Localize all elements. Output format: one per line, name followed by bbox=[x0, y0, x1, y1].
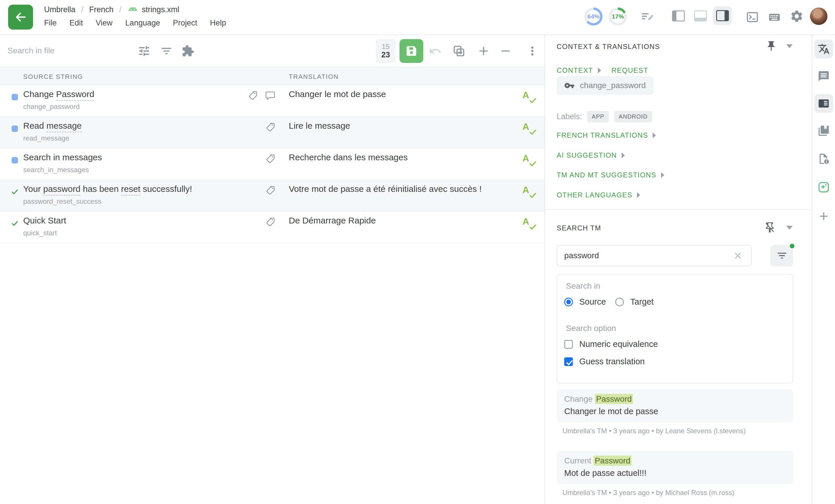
section-ai-suggestion[interactable]: AI SUGGESTION bbox=[557, 151, 625, 160]
remove-string-icon[interactable] bbox=[499, 35, 512, 67]
breadcrumb-separator: / bbox=[119, 5, 122, 14]
menubar: File Edit View Language Project Help bbox=[44, 19, 226, 27]
search-in-file-input[interactable] bbox=[7, 41, 129, 60]
source-radio[interactable] bbox=[564, 298, 573, 306]
string-list: Change Password change_password Changer … bbox=[0, 85, 545, 243]
menu-file[interactable]: File bbox=[44, 19, 57, 27]
right-panel-layout-icon-active[interactable] bbox=[713, 6, 732, 25]
progress-gauge-reviewed[interactable]: 17% bbox=[609, 7, 627, 25]
more-options-icon[interactable] bbox=[527, 35, 538, 67]
tasks-icon[interactable] bbox=[641, 10, 654, 25]
filter-icon[interactable] bbox=[160, 35, 173, 67]
android-icon bbox=[127, 5, 138, 14]
left-panel-layout-icon[interactable] bbox=[672, 10, 685, 23]
search-tm-filter-button[interactable] bbox=[771, 245, 793, 266]
tag-icon[interactable] bbox=[265, 217, 276, 228]
translations-tab-icon[interactable] bbox=[814, 40, 833, 58]
source-string: Quick Start bbox=[23, 216, 66, 226]
add-panel-icon[interactable] bbox=[814, 207, 833, 226]
guess-translation-row[interactable]: Guess translation bbox=[564, 357, 645, 366]
translation-text[interactable]: Lire le message bbox=[289, 121, 350, 131]
tag-icon[interactable] bbox=[248, 90, 258, 102]
menu-language[interactable]: Language bbox=[125, 19, 160, 27]
chevron-down-icon[interactable] bbox=[786, 226, 793, 230]
ai-tab-icon[interactable] bbox=[814, 178, 833, 196]
duplicate-icon[interactable] bbox=[452, 35, 466, 67]
tab-context[interactable]: CONTEXT bbox=[557, 66, 593, 75]
menu-help[interactable]: Help bbox=[210, 19, 226, 27]
panel-title: CONTEXT & TRANSLATIONS bbox=[557, 43, 660, 51]
tag-icon[interactable] bbox=[265, 122, 276, 133]
breadcrumb-file[interactable]: strings.xml bbox=[127, 5, 179, 14]
string-key: search_in_messages bbox=[23, 166, 89, 174]
label-chip-android[interactable]: ANDROID bbox=[614, 111, 652, 122]
terminal-icon[interactable] bbox=[746, 10, 759, 25]
tag-icon[interactable] bbox=[265, 154, 276, 165]
section-other-languages[interactable]: OTHER LANGUAGES bbox=[557, 191, 640, 199]
breadcrumb-project[interactable]: Umbrella bbox=[44, 5, 75, 14]
tm-result-card[interactable]: Change Password Changer le mot de passe bbox=[557, 389, 793, 422]
spellcheck-ok-icon: A bbox=[523, 90, 536, 104]
string-key-chip[interactable]: change_password bbox=[557, 76, 653, 95]
tab-request[interactable]: REQUEST bbox=[611, 66, 648, 75]
comment-icon[interactable] bbox=[265, 90, 276, 102]
source-string: Change Password bbox=[23, 89, 94, 99]
bottom-panel-layout-icon[interactable] bbox=[694, 10, 707, 23]
numeric-equivalence-checkbox[interactable] bbox=[564, 340, 573, 349]
tm-target-text: Changer le mot de passe bbox=[564, 406, 786, 416]
target-radio[interactable] bbox=[615, 298, 624, 306]
tm-source-text: Change Password bbox=[564, 395, 786, 404]
table-row[interactable]: Read message read_message Lire le messag… bbox=[0, 117, 545, 148]
search-tm-title: SEARCH TM bbox=[557, 224, 601, 232]
clear-search-icon[interactable] bbox=[733, 251, 743, 262]
breadcrumb-language[interactable]: French bbox=[89, 5, 114, 14]
translation-text[interactable]: Votre mot de passe a été réinitialisé av… bbox=[289, 184, 482, 194]
status-in-progress-icon bbox=[12, 126, 18, 132]
table-header: SOURCE STRING TRANSLATION bbox=[0, 67, 545, 85]
settings-gear-icon[interactable] bbox=[790, 9, 804, 24]
back-button[interactable] bbox=[8, 5, 33, 29]
glossary-tab-icon[interactable] bbox=[814, 122, 833, 140]
source-string: Search in messages bbox=[23, 152, 102, 162]
breadcrumb: Umbrella / French / strings.xml bbox=[44, 5, 179, 14]
section-french-translations[interactable]: FRENCH TRANSLATIONS bbox=[557, 131, 656, 140]
menu-view[interactable]: View bbox=[96, 19, 113, 27]
menu-project[interactable]: Project bbox=[173, 19, 197, 27]
comments-tab-icon[interactable] bbox=[814, 67, 833, 85]
guess-translation-checkbox[interactable] bbox=[564, 357, 573, 366]
chevron-down-icon[interactable] bbox=[786, 44, 793, 48]
plugins-puzzle-icon[interactable] bbox=[182, 35, 194, 67]
translation-text[interactable]: Recherche dans les messages bbox=[289, 152, 408, 162]
menu-edit[interactable]: Edit bbox=[69, 19, 83, 27]
editor-main: 15 23 bbox=[0, 35, 545, 503]
progress-gauge-translated[interactable]: 64% bbox=[585, 7, 603, 25]
table-row[interactable]: Quick Start quick_start De Démarrage Rap… bbox=[0, 212, 545, 243]
user-avatar[interactable] bbox=[810, 7, 828, 25]
radio-source-row[interactable]: Source bbox=[564, 297, 606, 307]
source-string: Your password has been reset successfull… bbox=[23, 184, 192, 194]
pin-off-icon[interactable] bbox=[764, 222, 776, 234]
table-row[interactable]: Change Password change_password Changer … bbox=[0, 85, 545, 117]
search-tm-input[interactable] bbox=[557, 245, 752, 266]
add-string-icon[interactable] bbox=[477, 35, 490, 67]
section-tm-mt-suggestions[interactable]: TM AND MT SUGGESTIONS bbox=[557, 171, 664, 179]
label-chip-app[interactable]: APP bbox=[587, 111, 609, 122]
translation-text[interactable]: De Démarrage Rapide bbox=[289, 216, 376, 226]
numeric-equivalence-row[interactable]: Numeric equivalence bbox=[564, 339, 658, 349]
search-option-label: Search option bbox=[566, 324, 616, 333]
tm-result-card[interactable]: Current Password Mot de passe actuel!!! bbox=[557, 451, 793, 484]
pin-icon[interactable] bbox=[766, 40, 777, 53]
keyboard-icon[interactable] bbox=[768, 10, 781, 25]
file-info-tab-icon[interactable] bbox=[814, 150, 833, 168]
context-tab-icon[interactable] bbox=[814, 94, 833, 113]
save-button[interactable] bbox=[400, 39, 423, 63]
filter-icon bbox=[776, 250, 788, 261]
tag-icon[interactable] bbox=[265, 185, 276, 197]
numeric-equivalence-label: Numeric equivalence bbox=[579, 339, 658, 349]
radio-target-row[interactable]: Target bbox=[615, 297, 654, 307]
table-row[interactable]: Your password has been reset successfull… bbox=[0, 180, 545, 212]
display-settings-icon[interactable] bbox=[138, 35, 151, 67]
translation-text[interactable]: Changer le mot de passe bbox=[289, 89, 386, 99]
undo-icon[interactable] bbox=[429, 35, 442, 67]
table-row[interactable]: Search in messages search_in_messages Re… bbox=[0, 148, 545, 180]
